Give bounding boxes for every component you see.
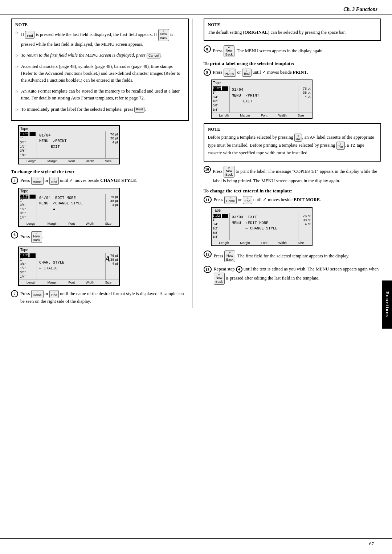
tape-item-2-6: 1/4" [20,216,36,220]
display-inner-2: 1 1/2"▌ 1" 3/4" 1/2" 3/8" 1/4" 04/04 EDI… [19,194,119,221]
chapter-title: Ch. 3 Functions [343,7,377,12]
tape-item-5-3: 3/4" [213,222,228,227]
pt-value-1-2: 38 pt [107,136,118,140]
step-content-13: Repeat step 4 until the text is edited a… [214,266,381,284]
section-heading-print: To print a label using the selected temp… [204,61,381,66]
screen-footer-2: Length Margin Font Width Size [19,221,119,226]
footer-width-4: Width [278,114,287,117]
tape-item-2-5: 3/8" [20,211,36,216]
screen-footer-4: Length Margin Font Width Size [212,113,312,118]
display-screen-2: Tape 1 1/2"▌ 1" 3/4" 1/2" 3/8" 1/4" 04/0… [18,188,120,227]
footer-width-3: Width [86,281,94,284]
display-screen-3: Tape 1 1/2"▌ 1" 3/4" 1/2" 3/8" 1/4" A [18,247,120,286]
step-num-8: 8 [204,45,211,53]
note-bullet-4: ☞ An Auto Format template can be stored … [15,88,184,103]
footer-size-4: Size [298,114,304,117]
footer-font-5: Font [261,241,268,245]
screen-line-5-1: 03/04 EXIT [232,215,296,220]
tape-item-1-6: 1/4" [20,153,36,158]
page-container: Ch. 3 Functions Functions NOTE ☞ If +End… [0,0,392,554]
step-num-5: 5 [11,177,18,184]
pt-value-2-3: 4 pt [107,203,118,207]
step-content-7: Press ↑Home or ↓End until the name of th… [20,290,189,305]
screen-line-1-1: 01/04 [39,133,103,139]
tape-item-1-3: 3/4" [20,140,36,145]
display-screen-3-wrapper: Tape 1 1/2"▌ 1" 3/4" 1/2" 3/8" 1/4" A [18,247,189,286]
tape-item-1-2: 1" [20,136,36,140]
step-13: 13 Repeat step 4 until the text is edite… [204,266,381,284]
display-screen-1: Tape 1 1/2"▌ 1" 3/4" 1/2" 3/8" 1/4" 01/0… [18,125,120,164]
tape-item-4-5: 3/8" [213,103,228,108]
note-text-2: The default setting (ORIGINAL) can be se… [208,29,377,36]
section-heading-style: To change the style of the text: [11,169,189,175]
step-5: 5 Press ↑Home or ↓End until ✓ moves besi… [11,177,189,185]
screen-footer-5: Length Margin Font Width Size [212,240,312,245]
key-home-9: ↑Home [224,69,236,77]
footer-font-3: Font [68,281,75,284]
step-11: 11 Press ↑Home or ↓End until ✓ moves bes… [204,196,381,204]
note-icon-2: ☞ [15,53,19,59]
note-bullet-5: ☞ To immediately print the label for the… [15,106,184,114]
display-inner-5: 1 1/2"▌ 1" 3/4" 1/2" 3/8" 1/4" 03/04 EXI… [212,213,312,240]
screen-line-3-3: ⇦ ITALIC [39,266,103,272]
tape-item-3-2: 1" [20,258,36,262]
display-screen-4-wrapper: Tape 1 1/2"▌ 1" 3/4" 1/2" 3/8" 1/4" 01/0… [211,80,381,119]
step-9: 9 Press ↑Home or ↓End until ✓ moves besi… [204,69,381,77]
step-ref-4: 4 [236,266,242,273]
pt-value-4-3: 4 pt [299,94,311,98]
screen-line-3-1: A [39,254,103,260]
screen-line-3-2: CHAR. STYLE [39,260,103,266]
note-bullet-3: ☞ Accented characters (page 48), symbols… [15,63,184,85]
tape-item-5-2: 1" [213,218,228,222]
pt-value-3-2: 38 pt [107,257,118,261]
tape-item-1-5: 3/8" [20,149,36,153]
note-title-2: NOTE [208,22,377,28]
footer-margin-5: Margin [240,241,250,245]
tape-item-3-1: 1 1/2"▌ [20,253,36,258]
tape-col-5: 1 1/2"▌ 1" 3/4" 1/2" 3/8" 1/4" [212,213,230,240]
tape-item-5-1: 1 1/2"▌ [213,214,228,218]
key-end-7: ↓End [49,290,59,298]
footer-width-5: Width [278,241,287,245]
screen-line-4-1: 01/04 [232,87,296,93]
right-column: NOTE The default setting (ORIGINAL) can … [200,19,381,308]
key-6re: 67re [336,142,345,150]
page-number: 67 [369,541,374,547]
screen-right-4: 76 pt 38 pt 4 pt [298,86,312,113]
pt-value-5-3: 4 pt [299,222,311,226]
display-screen-2-wrapper: Tape 1 1/2"▌ 1" 3/4" 1/2" 3/8" 1/4" 04/0… [18,188,189,227]
screen-right-5: 76 pt 38 pt 4 pt [298,213,312,240]
key-newback-12: ↵NewBack [224,250,235,262]
footer-size-3: Size [105,281,111,284]
pt-value-4-2: 38 pt [299,90,311,94]
note-icon-5: ☞ [15,107,19,113]
screen-main-4: 01/04 MENU ✓PRINT EXIT [230,86,298,113]
footer-font-4: Font [261,114,268,117]
step-content-8: Press ↵NewBack. The MENU screen appears … [213,45,381,57]
tape-item-5-6: 1/4" [213,235,228,239]
tape-col-2: 1 1/2"▌ 1" 3/4" 1/2" 3/8" 1/4" [19,194,37,221]
note-text-3: Before printing a template selected by p… [208,134,377,156]
step-num-9: 9 [204,69,211,76]
footer-size-5: Size [298,241,304,245]
key-newback-10: ↵NewBack [224,166,234,178]
step-num-13: 13 [204,266,212,273]
tape-item-2-2: 1" [20,199,36,203]
step-6: 6 Press ↵NewBack. [11,231,189,243]
display-inner-4: 1 1/2"▌ 1" 3/4" 1/2" 3/8" 1/4" 01/04 MEN… [212,86,312,113]
note-icon-3: ☞ [15,64,19,70]
tape-col-3: 1 1/2"▌ 1" 3/4" 1/2" 3/8" 1/4" [19,253,37,280]
tape-item-2-1: 1 1/2"▌ [20,195,36,199]
tape-item-4-3: 3/4" [213,95,228,99]
tape-item-3-3: 3/4" [20,262,36,266]
tape-col-4: 1 1/2"▌ 1" 3/4" 1/2" 3/8" 1/4" [212,86,230,113]
pt-value-5-2: 38 pt [299,218,311,222]
key-newback-8: ↵NewBack [224,45,234,57]
footer-margin-1: Margin [48,159,58,163]
note-title-3: NOTE [208,127,377,132]
note-text-2: To return to the first field while the M… [21,52,184,59]
footer-margin-3: Margin [48,281,58,284]
screen-line-5-2: MENU ✓EDIT MORE [232,220,296,226]
key-end-11: ↓End [243,196,252,204]
display-inner-1: 1 1/2"▌ 1" 3/4" 1/2" 3/8" 1/4" 01/04 MEN… [19,131,119,158]
